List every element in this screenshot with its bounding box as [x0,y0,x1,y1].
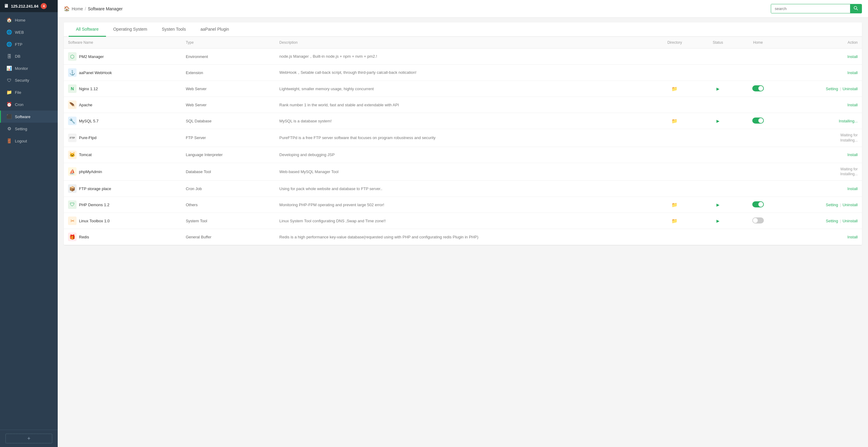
setting-button-phpdemons[interactable]: Setting [826,202,838,207]
sidebar-item-ftp[interactable]: 🌐FTP [0,38,58,51]
action-cell-ftpstorage[interactable]: Install [779,181,862,197]
install-button-tomcat[interactable]: Install [847,153,858,157]
setting-icon: ⚙ [6,126,12,131]
sidebar-item-monitor[interactable]: 📊Monitor [0,62,58,74]
install-button-aapanel[interactable]: Install [847,70,858,75]
toggle-linuxtoolbox[interactable] [752,217,764,224]
dir-cell-linuxtoolbox[interactable]: 📁 [651,213,699,229]
action-cell-aapanel[interactable]: Install [779,65,862,81]
table-row: 🎁 Redis General BufferRedis is a high pe… [64,229,862,245]
install-button-apache[interactable]: Install [847,103,858,107]
status-cell-mysql[interactable]: ▶ [699,113,737,129]
search-button[interactable] [850,4,862,13]
sw-name-apache: Apache [79,103,92,107]
sidebar-label-home: Home [15,18,26,23]
folder-icon-linuxtoolbox[interactable]: 📁 [672,218,678,224]
install-button-ftpstorage[interactable]: Install [847,187,858,191]
home-cell-nginx[interactable] [737,81,779,97]
home-cell-phpdemons[interactable] [737,197,779,213]
tab-os[interactable]: Operating System [106,23,155,37]
uninstall-button-nginx[interactable]: Uninstall [842,87,858,91]
breadcrumb-home[interactable]: Home [72,6,83,11]
tab-all[interactable]: All Software [69,23,106,37]
main-content: 🏠 Home / Software Manager All SoftwareOp… [58,0,868,447]
install-button-redis[interactable]: Install [847,235,858,239]
action-cell-tomcat[interactable]: Install [779,147,862,163]
notification-badge: 4 [41,3,47,9]
action-cell-linuxtoolbox[interactable]: Setting | Uninstall [779,213,862,229]
file-icon: 📁 [6,90,12,95]
col-dir: Directory [651,37,699,49]
sidebar-item-setting[interactable]: ⚙Setting [0,123,58,135]
type-cell-tomcat: Language Interpreter [182,147,275,163]
sw-name-nginx: Nginx 1.12 [79,87,98,91]
toggle-mysql[interactable] [752,118,764,124]
tab-tools[interactable]: Systen Tools [155,23,193,37]
play-icon-phpdemons[interactable]: ▶ [716,202,719,207]
folder-icon-mysql[interactable]: 📁 [672,119,678,124]
toggle-nginx[interactable] [752,85,764,91]
add-button[interactable]: + [5,434,52,443]
home-cell-mysql[interactable] [737,113,779,129]
action-cell-pureftpd[interactable]: Waiting for Installing... [779,129,862,147]
type-cell-nginx: Web Server [182,81,275,97]
sidebar-item-security[interactable]: 🛡Security [0,74,58,86]
action-cell-nginx[interactable]: Setting | Uninstall [779,81,862,97]
desc-cell-linuxtoolbox: Linux System Tool configurating DNS ,Swa… [275,213,651,229]
col-status: Status [699,37,737,49]
dir-cell-phpdemons[interactable]: 📁 [651,197,699,213]
table-row: 📦 FTP storage place Cron JobUsing for pa… [64,181,862,197]
tab-plugin[interactable]: aaPanel Plugin [193,23,236,37]
play-icon-mysql[interactable]: ▶ [716,119,719,123]
status-cell-nginx[interactable]: ▶ [699,81,737,97]
type-cell-redis: General Buffer [182,229,275,245]
table-row: ⚓ aaPanel WebHook ExtensionWebHook，Setab… [64,65,862,81]
action-cell-mysql[interactable]: Installing... [779,113,862,129]
sidebar-label-db: DB [15,54,20,59]
play-icon-linuxtoolbox[interactable]: ▶ [716,219,719,223]
toggle-phpdemons[interactable] [752,201,764,207]
sidebar-label-ftp: FTP [15,42,23,47]
sidebar-item-db[interactable]: 🗄DB [0,51,58,62]
sidebar-item-software[interactable]: ⬛Software [0,110,58,123]
status-cell-linuxtoolbox[interactable]: ▶ [699,213,737,229]
sidebar-item-web[interactable]: 🌐WEB [0,26,58,38]
action-cell-redis[interactable]: Install [779,229,862,245]
install-button-pm2[interactable]: Install [847,54,858,59]
sidebar-item-home[interactable]: 🏠Home [0,14,58,26]
play-icon-nginx[interactable]: ▶ [716,87,719,91]
sw-name-ftpstorage: FTP storage place [79,187,111,191]
setting-button-linuxtoolbox[interactable]: Setting [826,219,838,223]
action-cell-apache[interactable]: Install [779,97,862,113]
folder-icon-phpdemons[interactable]: 📁 [672,202,678,207]
home-cell-aapanel [737,65,779,81]
desc-cell-redis: Redis is a high performance key-value da… [275,229,651,245]
tomcat-icon: 🐱 [69,152,75,158]
sidebar-item-cron[interactable]: ⏰Cron [0,98,58,110]
folder-icon-nginx[interactable]: 📁 [672,86,678,91]
status-cell-phpdemons[interactable]: ▶ [699,197,737,213]
home-cell-tomcat [737,147,779,163]
action-cell-phpmyadmin[interactable]: Waiting for Installing... [779,163,862,181]
search-box [771,4,862,13]
uninstall-button-phpdemons[interactable]: Uninstall [842,202,858,207]
home-cell-linuxtoolbox[interactable] [737,213,779,229]
status-cell-phpmyadmin [699,163,737,181]
status-cell-tomcat [699,147,737,163]
ftpstorage-icon: 📦 [69,186,75,192]
search-input[interactable] [771,4,850,13]
svg-line-1 [857,9,858,10]
dir-cell-nginx[interactable]: 📁 [651,81,699,97]
action-cell-pm2[interactable]: Install [779,49,862,65]
uninstall-button-linuxtoolbox[interactable]: Uninstall [842,219,858,223]
sidebar-item-logout[interactable]: 🚪Logout [0,135,58,147]
pm2-icon: ⬡ [70,54,74,60]
sidebar-item-file[interactable]: 📁File [0,86,58,98]
dir-cell-mysql[interactable]: 📁 [651,113,699,129]
waiting-label-pureftpd: Waiting for Installing... [783,133,858,143]
table-row: ⛵ phpMyAdmin Database ToolWeb-based MySQ… [64,163,862,181]
setting-button-nginx[interactable]: Setting [826,87,838,91]
software-name-cell-phpdemons: 🛡 PHP Demons 1.2 [64,197,182,213]
col-action: Action [779,37,862,49]
action-cell-phpdemons[interactable]: Setting | Uninstall [779,197,862,213]
